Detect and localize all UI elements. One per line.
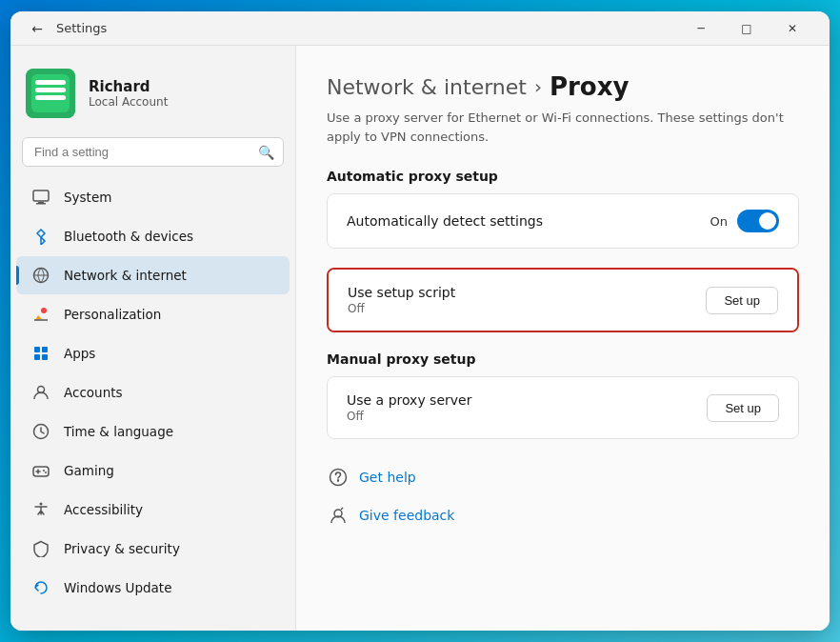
main-content: Network & internet › Proxy Use a proxy s… — [296, 46, 830, 631]
sidebar-item-privacy-label: Privacy & security — [64, 541, 180, 556]
give-feedback-link[interactable]: Give feedback — [327, 496, 799, 534]
breadcrumb-separator: › — [534, 75, 542, 98]
sidebar-item-update[interactable]: Windows Update — [16, 569, 290, 607]
manual-section-title: Manual proxy setup — [327, 351, 799, 367]
network-icon — [31, 266, 50, 285]
svg-rect-4 — [35, 80, 66, 85]
personalization-icon — [31, 305, 50, 324]
sidebar-item-accessibility[interactable]: Accessibility — [16, 491, 290, 529]
svg-rect-12 — [34, 354, 40, 360]
sidebar-item-system-label: System — [64, 190, 111, 205]
user-info: Richard Local Account — [89, 78, 168, 109]
sidebar-item-update-label: Windows Update — [64, 580, 171, 595]
content-area: Richard Local Account 🔍 System — [10, 46, 830, 631]
proxy-server-row: Use a proxy server Off Set up — [328, 377, 798, 438]
system-icon — [31, 188, 50, 207]
sidebar-item-network[interactable]: Network & internet — [16, 256, 290, 294]
page-description: Use a proxy server for Ethernet or Wi-Fi… — [327, 109, 799, 146]
accounts-icon — [31, 383, 50, 402]
sidebar-item-time[interactable]: Time & language — [16, 412, 290, 451]
avatar — [26, 69, 75, 118]
setup-script-label: Use setup script — [348, 285, 706, 300]
manual-proxy-card: Use a proxy server Off Set up — [327, 376, 799, 439]
svg-rect-3 — [35, 95, 66, 100]
sidebar: Richard Local Account 🔍 System — [10, 46, 296, 631]
sidebar-item-network-label: Network & internet — [64, 268, 187, 283]
proxy-server-info: Use a proxy server Off — [347, 392, 707, 423]
svg-rect-5 — [33, 191, 49, 201]
toggle-thumb — [759, 212, 776, 230]
svg-point-9 — [41, 308, 47, 313]
sidebar-item-personalization-label: Personalization — [64, 307, 161, 322]
setup-script-button[interactable]: Set up — [706, 287, 778, 314]
maximize-button[interactable]: □ — [725, 13, 769, 44]
sidebar-item-time-label: Time & language — [64, 424, 173, 439]
get-help-icon — [327, 466, 350, 489]
user-name: Richard — [89, 78, 168, 95]
apps-icon — [31, 344, 50, 363]
give-feedback-label: Give feedback — [359, 508, 454, 523]
svg-rect-13 — [42, 354, 48, 360]
search-box: 🔍 — [22, 137, 284, 167]
breadcrumb-parent: Network & internet — [327, 75, 527, 99]
proxy-server-button[interactable]: Set up — [707, 394, 779, 422]
privacy-icon — [31, 539, 50, 558]
auto-detect-info: Automatically detect settings — [347, 213, 710, 229]
window-title: Settings — [56, 21, 679, 35]
sidebar-item-accessibility-label: Accessibility — [64, 502, 143, 517]
accessibility-icon — [31, 500, 50, 519]
bluetooth-icon — [31, 227, 50, 246]
sidebar-nav: System Bluetooth & devices Network & int… — [10, 178, 295, 607]
automatic-proxy-card: Automatically detect settings On — [327, 193, 799, 249]
setup-script-info: Use setup script Off — [348, 285, 706, 315]
settings-window: ← Settings ─ □ ✕ — [10, 11, 830, 631]
auto-detect-toggle[interactable] — [737, 210, 779, 232]
help-section: Get help Give feedback — [327, 458, 799, 534]
svg-point-19 — [40, 503, 43, 506]
minimize-button[interactable]: ─ — [679, 13, 723, 44]
update-icon — [31, 578, 50, 597]
titlebar: ← Settings ─ □ ✕ — [10, 11, 830, 46]
proxy-server-label: Use a proxy server — [347, 392, 707, 408]
window-controls: ─ □ ✕ — [679, 13, 814, 44]
search-input[interactable] — [22, 137, 284, 167]
sidebar-item-system[interactable]: System — [16, 178, 290, 216]
auto-detect-status: On — [710, 214, 728, 229]
svg-rect-2 — [35, 88, 66, 92]
back-button[interactable]: ← — [26, 17, 49, 40]
sidebar-item-apps-label: Apps — [64, 346, 95, 361]
search-icon: 🔍 — [258, 145, 274, 160]
svg-rect-10 — [34, 347, 40, 352]
setup-script-row: Use setup script Off Set up — [329, 270, 797, 331]
time-icon — [31, 422, 50, 441]
sidebar-item-personalization[interactable]: Personalization — [16, 295, 290, 333]
sidebar-item-apps[interactable]: Apps — [16, 334, 290, 372]
user-subtitle: Local Account — [89, 95, 168, 109]
setup-script-sub: Off — [348, 302, 706, 315]
sidebar-item-bluetooth[interactable]: Bluetooth & devices — [16, 217, 290, 255]
breadcrumb-current: Proxy — [550, 72, 629, 101]
gaming-icon — [31, 461, 50, 480]
give-feedback-icon — [327, 504, 350, 527]
proxy-server-sub: Off — [347, 410, 707, 423]
auto-detect-label: Automatically detect settings — [347, 213, 710, 229]
auto-detect-row: Automatically detect settings On — [328, 194, 798, 248]
sidebar-item-accounts[interactable]: Accounts — [16, 373, 290, 411]
svg-point-17 — [43, 470, 45, 471]
user-section: Richard Local Account — [10, 57, 295, 137]
sidebar-item-gaming[interactable]: Gaming — [16, 451, 290, 490]
get-help-label: Get help — [359, 470, 416, 485]
svg-point-18 — [45, 471, 47, 473]
sidebar-item-privacy[interactable]: Privacy & security — [16, 530, 290, 568]
sidebar-item-gaming-label: Gaming — [64, 463, 114, 478]
svg-rect-7 — [36, 203, 46, 205]
sidebar-item-accounts-label: Accounts — [64, 385, 123, 400]
svg-rect-11 — [42, 347, 48, 352]
auto-detect-toggle-wrap: On — [710, 210, 779, 232]
automatic-section-title: Automatic proxy setup — [327, 169, 799, 184]
breadcrumb: Network & internet › Proxy — [327, 72, 799, 101]
close-button[interactable]: ✕ — [770, 13, 814, 44]
sidebar-item-bluetooth-label: Bluetooth & devices — [64, 229, 193, 244]
get-help-link[interactable]: Get help — [327, 458, 799, 496]
setup-script-card: Use setup script Off Set up — [327, 268, 799, 332]
